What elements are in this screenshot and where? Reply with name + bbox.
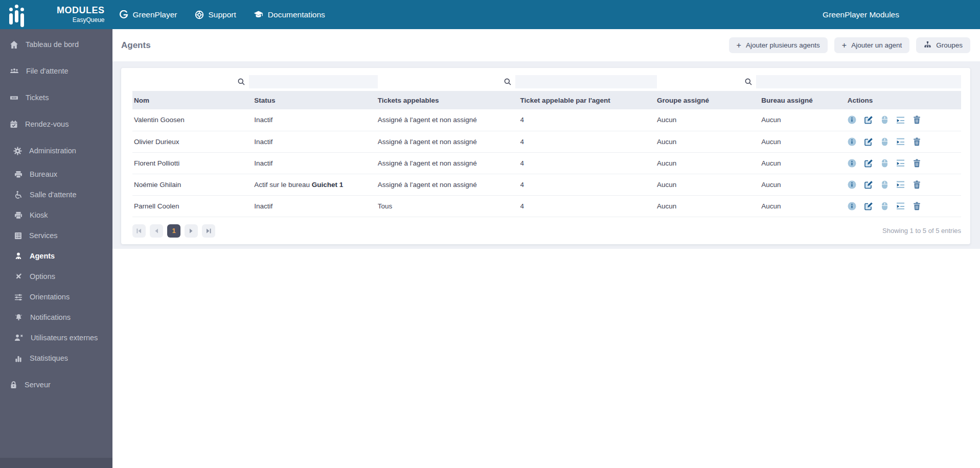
table-row: Parnell Coolen Inactif Tous 4 Aucun Aucu…	[132, 195, 961, 217]
cell-tickets: Assigné à l'agent et non assigné	[378, 174, 520, 195]
sidebar-item-utilisateurs-externes[interactable]: Utilisateurs externes	[0, 327, 112, 348]
info-icon[interactable]	[848, 115, 856, 124]
nav-item-documentations[interactable]: Documentations	[254, 10, 325, 19]
trash-icon[interactable]	[913, 159, 921, 168]
cell-actions	[848, 152, 961, 174]
kiosk-printer-icon	[14, 212, 22, 219]
info-icon[interactable]	[848, 202, 856, 210]
search-tickets-input[interactable]	[378, 75, 515, 88]
edit-icon[interactable]	[864, 115, 873, 124]
sidebar-footer	[0, 458, 112, 468]
playlist-icon[interactable]	[896, 137, 905, 146]
brand-subtitle: EasyQueue	[57, 17, 105, 24]
cell-nom: Parnell Coolen	[132, 195, 254, 217]
sidebar-item-agents[interactable]: Agents	[0, 246, 112, 266]
mouse-icon[interactable]	[881, 159, 888, 168]
sidebar-item-administration[interactable]: Administration	[0, 137, 112, 164]
playlist-icon[interactable]	[896, 116, 905, 124]
sidebar-item-notifications[interactable]: Notifications	[0, 307, 112, 327]
table-row: Olivier Durieux Inactif Assigné à l'agen…	[132, 131, 961, 152]
mouse-icon[interactable]	[881, 180, 888, 189]
cell-appelable: 4	[520, 152, 657, 174]
pagination-first-button[interactable]	[132, 224, 146, 238]
search-icon	[744, 78, 753, 86]
pagination-last-button[interactable]	[202, 224, 215, 238]
pagination-prev-button[interactable]	[150, 224, 163, 238]
agents-table-card: Nom Status Tickets appelables Ticket app…	[121, 68, 970, 244]
bar-chart-icon	[14, 355, 22, 362]
mouse-icon[interactable]	[881, 202, 888, 210]
pagination-next-button[interactable]	[185, 224, 198, 238]
lock-icon	[10, 381, 17, 389]
sidebar-item-serveur[interactable]: Serveur	[0, 371, 112, 398]
entries-summary: Showing 1 to 5 of 5 entries	[882, 227, 961, 235]
sidebar-item-kiosk[interactable]: Kiosk	[0, 205, 112, 225]
add-multiple-agents-button[interactable]: + Ajouter plusieurs agents	[729, 37, 828, 53]
sitemap-icon	[924, 41, 931, 50]
groups-button[interactable]: Groupes	[916, 37, 970, 53]
cell-actions	[848, 131, 961, 152]
plus-icon: +	[737, 41, 741, 50]
cell-bureau: Aucun	[761, 109, 848, 131]
cell-tickets: Assigné à l'agent et non assigné	[378, 109, 520, 131]
sidebar-item-orientations[interactable]: Orientations	[0, 287, 112, 307]
cell-tickets: Assigné à l'agent et non assigné	[378, 131, 520, 152]
sidebar-item-tickets[interactable]: Tickets	[0, 84, 112, 111]
trash-icon[interactable]	[913, 115, 921, 124]
playlist-icon[interactable]	[896, 202, 905, 210]
edit-icon[interactable]	[864, 137, 873, 146]
edit-icon[interactable]	[864, 180, 873, 189]
cell-groupe: Aucun	[657, 152, 761, 174]
info-icon[interactable]	[848, 159, 856, 168]
column-header-ticket-appelable: Ticket appelable par l'agent	[520, 91, 657, 109]
edit-icon[interactable]	[864, 159, 873, 168]
graduation-cap-icon	[254, 10, 263, 19]
playlist-icon[interactable]	[896, 180, 905, 189]
nav-item-support[interactable]: Support	[195, 10, 236, 19]
pagination-page-1-button[interactable]: 1	[167, 224, 180, 238]
search-groupe-input[interactable]	[657, 75, 756, 88]
cell-actions	[848, 195, 961, 217]
add-agent-button[interactable]: + Ajouter un agent	[834, 37, 909, 53]
cell-bureau: Aucun	[761, 131, 848, 152]
cell-actions	[848, 109, 961, 131]
edit-icon[interactable]	[864, 202, 873, 210]
sidebar-item-services[interactable]: Services	[0, 225, 112, 246]
trash-icon[interactable]	[913, 137, 921, 146]
trash-icon[interactable]	[913, 180, 921, 189]
table-row: Noémie Ghilain Actif sur le bureau Guich…	[132, 174, 961, 195]
cell-status: Inactif	[254, 195, 378, 217]
nav-item-greenplayer[interactable]: GreenPlayer	[119, 10, 177, 19]
sidebar-item-salle-dattente[interactable]: Salle d'attente	[0, 184, 112, 205]
life-ring-icon	[195, 10, 204, 19]
search-nom[interactable]	[132, 75, 249, 88]
cell-groupe: Aucun	[657, 195, 761, 217]
info-icon[interactable]	[848, 180, 856, 189]
search-tickets-appelables[interactable]	[378, 75, 515, 88]
cell-groupe: Aucun	[657, 174, 761, 195]
column-header-groupe-assigne: Groupe assigné	[657, 91, 761, 109]
cell-groupe: Aucun	[657, 109, 761, 131]
sidebar: Tableau de bord File d'attente Tickets R…	[0, 29, 112, 468]
info-icon[interactable]	[848, 137, 856, 146]
search-icon	[504, 78, 512, 86]
sidebar-item-file-dattente[interactable]: File d'attente	[0, 58, 112, 84]
agents-table: Nom Status Tickets appelables Ticket app…	[132, 91, 961, 217]
page-header: Agents + Ajouter plusieurs agents + Ajou…	[112, 29, 980, 61]
mouse-icon[interactable]	[881, 115, 888, 124]
playlist-icon[interactable]	[896, 159, 905, 167]
search-nom-input[interactable]	[132, 75, 249, 88]
user-x-icon	[14, 334, 24, 342]
search-groupe-assigne[interactable]	[657, 75, 756, 88]
sidebar-item-rendez-vous[interactable]: Rendez-vous	[0, 111, 112, 137]
sidebar-item-statistiques[interactable]: Statistiques	[0, 348, 112, 368]
sidebar-item-options[interactable]: Options	[0, 266, 112, 287]
sidebar-item-tableau-de-bord[interactable]: Tableau de bord	[0, 31, 112, 58]
sidebar-item-bureaux[interactable]: Bureaux	[0, 164, 112, 184]
mouse-icon[interactable]	[881, 137, 888, 146]
tools-icon	[14, 272, 22, 280]
ticket-icon	[10, 94, 18, 102]
cell-appelable: 4	[520, 195, 657, 217]
trash-icon[interactable]	[913, 202, 921, 210]
column-header-bureau-assigne: Bureau assigné	[761, 91, 848, 109]
